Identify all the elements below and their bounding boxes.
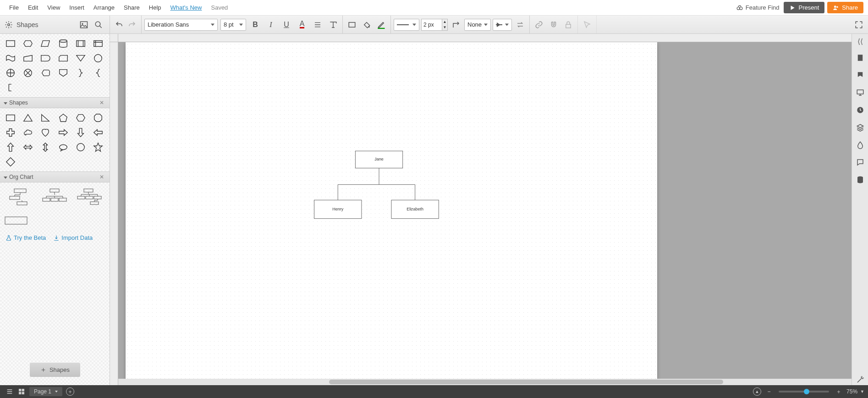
gear-icon[interactable]	[5, 21, 13, 29]
page-tab-1[interactable]: Page 1	[29, 387, 62, 396]
try-beta-link[interactable]: Try the Beta	[5, 234, 46, 241]
shape-heart[interactable]	[38, 127, 52, 138]
border-color-button[interactable]	[375, 18, 388, 31]
node-jane[interactable]: Jane	[355, 151, 402, 168]
shape-database[interactable]	[56, 38, 70, 50]
rail-format-painter-button[interactable]	[855, 374, 866, 385]
shapes-panel-header[interactable]: Shapes✕	[0, 97, 110, 108]
orgchart-template-3[interactable]	[75, 188, 104, 206]
shape-rect2[interactable]	[4, 112, 17, 124]
rail-history-button[interactable]	[855, 105, 866, 116]
node-henry[interactable]: Henry	[314, 200, 362, 218]
shape-card[interactable]	[56, 52, 70, 64]
zoom-value[interactable]: 75%	[846, 388, 857, 395]
feature-find-button[interactable]: Feature Find	[736, 4, 780, 11]
ruler-vertical[interactable]	[110, 42, 118, 385]
rail-page-button[interactable]	[855, 52, 866, 63]
shape-circle[interactable]	[74, 141, 88, 153]
orgchart-panel-close[interactable]: ✕	[98, 174, 106, 180]
autozoom-button[interactable]: ▲	[751, 387, 763, 397]
shape-internal-storage[interactable]	[91, 38, 105, 50]
shape-style-button[interactable]	[346, 18, 358, 31]
import-data-link[interactable]: Import Data	[53, 234, 93, 241]
shape-arrow-up[interactable]	[4, 141, 17, 153]
menu-arrange[interactable]: Arrange	[89, 4, 119, 11]
node-elizabeth[interactable]: Elizabeth	[391, 200, 439, 218]
end-arrow-select[interactable]	[493, 19, 512, 31]
align-button[interactable]	[311, 18, 324, 31]
shapes-panel-close[interactable]: ✕	[98, 100, 106, 106]
search-shapes-button[interactable]	[92, 18, 105, 31]
shape-rectangle[interactable]	[4, 38, 17, 50]
start-arrow-select[interactable]: None	[464, 19, 491, 31]
insert-image-button[interactable]	[77, 18, 90, 31]
line-shape-button[interactable]	[450, 18, 462, 31]
canvas-page[interactable]: Jane Henry Elizabeth	[126, 42, 657, 379]
shape-brace-right[interactable]	[74, 67, 88, 79]
zoom-in-button[interactable]: ＋	[833, 387, 845, 397]
shape-hexagon2[interactable]	[74, 112, 88, 124]
shape-delay[interactable]	[38, 52, 52, 64]
font-family-select[interactable]: Liberation Sans	[144, 19, 218, 31]
page-list-button[interactable]	[4, 387, 16, 397]
shape-tape[interactable]	[4, 52, 17, 64]
shape-cloud[interactable]	[21, 127, 35, 138]
magnet-button[interactable]	[547, 18, 560, 31]
fullscreen-button[interactable]	[852, 18, 865, 31]
shape-right-triangle[interactable]	[38, 112, 52, 124]
shape-triangle[interactable]	[21, 112, 35, 124]
shape-arrow-down[interactable]	[74, 127, 88, 138]
menu-view[interactable]: View	[43, 4, 65, 11]
line-width-spinner[interactable]: ▲▼	[442, 19, 448, 31]
rail-collapse-button[interactable]: ⟨⟨	[857, 37, 863, 46]
rail-database-button[interactable]	[855, 174, 866, 185]
font-size-select[interactable]: 8 pt	[220, 19, 246, 31]
shape-arrow-right[interactable]	[56, 127, 70, 138]
shape-offpage[interactable]	[56, 67, 70, 79]
italic-button[interactable]: I	[264, 18, 277, 31]
rail-layers-button[interactable]	[855, 122, 866, 133]
shape-callout[interactable]	[56, 141, 70, 153]
spinner-up[interactable]: ▲	[442, 19, 447, 25]
shape-brace-left[interactable]	[91, 67, 105, 79]
shape-arrow-lr[interactable]	[21, 141, 35, 153]
page-grid-button[interactable]	[16, 387, 27, 397]
shape-merge[interactable]	[74, 52, 88, 64]
menu-file[interactable]: File	[5, 4, 23, 11]
zoom-slider[interactable]	[779, 391, 829, 392]
scrollbar-thumb[interactable]	[329, 380, 723, 384]
orgchart-panel-header[interactable]: Org Chart✕	[0, 171, 110, 182]
ruler-horizontal[interactable]	[118, 34, 852, 42]
text-options-button[interactable]	[327, 18, 340, 31]
shape-manual-input[interactable]	[21, 52, 35, 64]
shape-summing[interactable]	[21, 67, 35, 79]
share-button[interactable]: Share	[827, 2, 863, 13]
present-button[interactable]: Present	[784, 2, 824, 13]
underline-button[interactable]: U	[280, 18, 293, 31]
shape-note[interactable]	[4, 82, 17, 94]
lock-button[interactable]	[562, 18, 575, 31]
shape-arrow-ud[interactable]	[38, 141, 52, 153]
orgchart-template-2[interactable]	[40, 188, 70, 206]
menu-insert[interactable]: Insert	[65, 4, 89, 11]
connector-jane-split[interactable]	[338, 168, 415, 200]
shape-or[interactable]	[4, 67, 17, 79]
rail-present-button[interactable]	[855, 87, 866, 98]
shape-cross[interactable]	[4, 127, 17, 138]
menu-edit[interactable]: Edit	[23, 4, 43, 11]
text-color-button[interactable]: A	[296, 18, 308, 31]
shape-hexagon[interactable]	[21, 38, 35, 50]
shape-parallelogram[interactable]	[38, 38, 52, 50]
zoom-slider-thumb[interactable]	[804, 389, 809, 394]
zoom-out-button[interactable]: −	[763, 387, 775, 397]
cursor-tool-button[interactable]	[581, 18, 593, 31]
shape-display[interactable]	[38, 67, 52, 79]
orgchart-template-1[interactable]	[5, 188, 35, 206]
rail-data-button[interactable]	[855, 139, 866, 150]
zoom-dropdown-icon[interactable]: ▼	[860, 389, 864, 394]
bold-button[interactable]: B	[249, 18, 262, 31]
redo-button[interactable]	[126, 18, 138, 31]
menu-whats-new[interactable]: What's New	[166, 4, 207, 11]
menu-share[interactable]: Share	[119, 4, 144, 11]
undo-button[interactable]	[113, 18, 126, 31]
